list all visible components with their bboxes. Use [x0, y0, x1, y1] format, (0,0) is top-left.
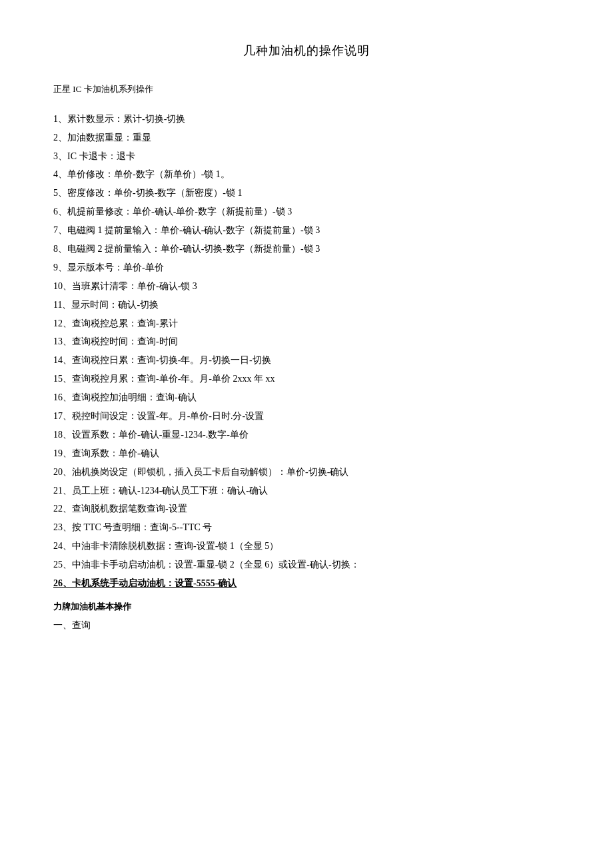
list-item-5: 5、密度修改：单价-切换-数字（新密度）-锁 1 — [53, 185, 560, 202]
subtitle: 正星 IC 卡加油机系列操作 — [53, 81, 560, 97]
list-item-12: 12、查询税控总累：查询-累计 — [53, 315, 560, 332]
list-item-16: 16、查询税控加油明细：查询-确认 — [53, 389, 560, 406]
list-item-1: 1、累计数显示：累计-切换-切换 — [53, 111, 560, 128]
content-list: 1、累计数显示：累计-切换-切换2、加油数据重显：重显3、IC 卡退卡：退卡4、… — [53, 111, 560, 592]
list-item-21: 21、员工上班：确认-1234-确认员工下班：确认-确认 — [53, 482, 560, 500]
list-item-11: 11、显示时间：确认-切换 — [53, 296, 560, 314]
list-item-23: 23、按 TTC 号查明细：查询-5--TTC 号 — [53, 519, 560, 536]
section2-heading: 力牌加油机基本操作 — [53, 599, 560, 614]
list-item-20: 20、油机换岗设定（即锁机，插入员工卡后自动解锁）：单价-切换-确认 — [53, 464, 560, 481]
list-item-25: 25、中油非卡手动启动油机：设置-重显-锁 2（全显 6）或设置-确认-切换： — [53, 556, 560, 574]
list-item-14: 14、查询税控日累：查询-切换-年。月-切换一日-切换 — [53, 352, 560, 369]
list-item-18: 18、设置系数：单价-确认-重显-1234-.数字-单价 — [53, 426, 560, 444]
list-item-3: 3、IC 卡退卡：退卡 — [53, 148, 560, 165]
list-item-2: 2、加油数据重显：重显 — [53, 129, 560, 147]
page-title: 几种加油机的操作说明 — [53, 40, 560, 61]
list-item-4: 4、单价修改：单价-数字（新单价）-锁 1。 — [53, 166, 560, 183]
list-item-8: 8、电磁阀 2 提前量输入：单价-确认-切换-数字（新提前量）-锁 3 — [53, 240, 560, 258]
list-item-24: 24、中油非卡清除脱机数据：查询-设置-锁 1（全显 5） — [53, 538, 560, 555]
list-item-26: 26、卡机系统手动启动油机：设置-5555-确认 — [53, 575, 560, 592]
list-item-6: 6、机提前量修改：单价-确认-单价-数字（新提前量）-锁 3 — [53, 203, 560, 220]
list-item-17: 17、税控时间设定：设置-年。月-单价-日时.分-设置 — [53, 408, 560, 425]
list-item-9: 9、显示版本号：单价-单价 — [53, 259, 560, 276]
list-item-10: 10、当班累计清零：单价-确认-锁 3 — [53, 278, 560, 295]
list-item-13: 13、查询税控时间：查询-时间 — [53, 333, 560, 350]
list-item-15: 15、查询税控月累：查询-单价-年。月-单价 2xxx 年 xx — [53, 370, 560, 388]
list-item-19: 19、查询系数：单价-确认 — [53, 445, 560, 462]
list-item-22: 22、查询脱机数据笔数查询-设置 — [53, 500, 560, 518]
section2-sub-heading: 一、查询 — [53, 617, 560, 634]
list-item-7: 7、电磁阀 1 提前量输入：单价-确认-确认-数字（新提前量）-锁 3 — [53, 222, 560, 239]
